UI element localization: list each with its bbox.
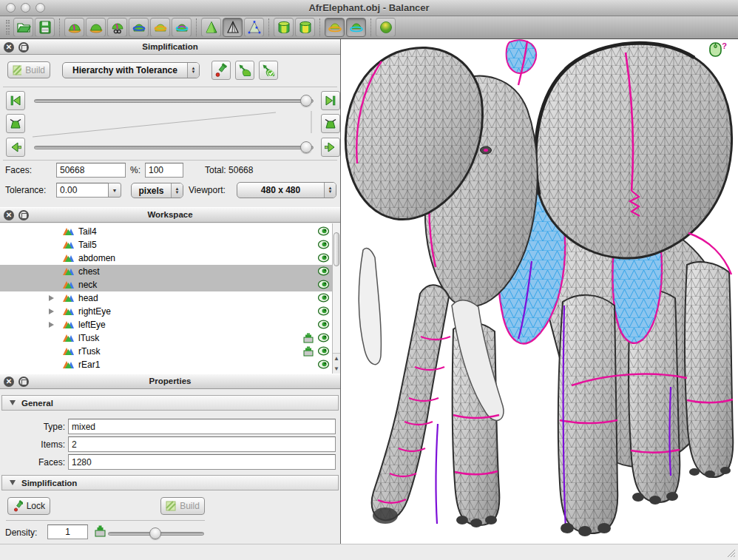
toolbar-separator xyxy=(370,18,371,36)
skip-to-end-button[interactable] xyxy=(321,91,340,110)
mouse-help-button[interactable]: ? xyxy=(708,41,727,58)
lock-clamp-icon xyxy=(302,333,314,343)
disclosure-triangle-icon[interactable] xyxy=(49,322,54,328)
tree-item[interactable]: lTusk xyxy=(0,331,332,345)
build-button[interactable]: Build xyxy=(7,61,50,78)
density-input[interactable] xyxy=(47,524,88,539)
visibility-eye-icon[interactable] xyxy=(318,333,329,343)
visibility-eye-icon[interactable] xyxy=(318,253,329,263)
tree-item[interactable]: Tail5 xyxy=(0,238,332,252)
units-select[interactable]: pixels ▲▼ xyxy=(131,183,183,198)
visibility-eye-icon[interactable] xyxy=(318,266,329,276)
clamp-right-button[interactable] xyxy=(321,114,340,133)
visibility-eye-icon[interactable] xyxy=(318,280,329,289)
viewport-size-select[interactable]: 480 x 480 ▲▼ xyxy=(237,182,336,198)
stepper-arrows-icon[interactable]: ▲▼ xyxy=(171,183,183,198)
sphere-seams-merge-icon[interactable] xyxy=(107,18,127,37)
visibility-eye-icon[interactable] xyxy=(318,346,329,356)
tree-item-selected[interactable]: chest xyxy=(0,265,332,278)
divider xyxy=(3,160,337,161)
visibility-eye-icon[interactable] xyxy=(318,320,329,329)
tree-item[interactable]: rEar1 xyxy=(0,358,332,371)
tree-item[interactable]: abdomen xyxy=(0,252,332,265)
tree-scrollbar[interactable]: ▲ ▼ xyxy=(332,223,340,374)
skip-end-icon xyxy=(323,93,338,108)
mouse-icon xyxy=(708,41,723,58)
cone-blue-ring-icon[interactable] xyxy=(129,18,149,37)
resize-grip[interactable] xyxy=(725,547,736,558)
extract-button[interactable] xyxy=(235,61,254,80)
visibility-eye-icon[interactable] xyxy=(318,293,329,303)
section-collapse-icon xyxy=(10,400,16,405)
pin-selection-button[interactable] xyxy=(211,61,231,80)
items-value-field[interactable] xyxy=(68,436,336,452)
mesh-icon xyxy=(63,359,75,370)
type-value-field[interactable] xyxy=(68,419,336,434)
range-end-slider-thumb[interactable] xyxy=(300,141,312,153)
save-file-icon[interactable] xyxy=(35,18,55,37)
model-viewport-canvas[interactable] xyxy=(341,39,737,544)
model-viewport[interactable]: ? xyxy=(341,39,738,544)
faces-count-field[interactable] xyxy=(68,454,336,470)
toolbar-separator xyxy=(59,18,60,36)
skip-to-start-button[interactable] xyxy=(6,91,25,110)
dome-cyan-icon[interactable] xyxy=(346,18,366,37)
cylinder-icon[interactable] xyxy=(274,18,294,37)
lock-button[interactable]: Lock xyxy=(7,497,50,515)
sphere-seams-icon[interactable] xyxy=(64,18,84,37)
cone-orange-ring-icon[interactable] xyxy=(150,18,170,37)
stepper-arrows-icon[interactable]: ▲▼ xyxy=(324,183,336,198)
extract-confirm-button[interactable] xyxy=(259,61,278,80)
cylinder-capped-icon[interactable] xyxy=(295,18,315,37)
window-title: AfrElephant.obj - Balancer xyxy=(0,2,738,13)
faces-input[interactable] xyxy=(56,163,126,178)
tree-item[interactable]: rightEye xyxy=(0,305,332,318)
density-slider-thumb[interactable] xyxy=(149,527,161,539)
dome-orange-icon[interactable] xyxy=(325,18,345,37)
left-sidebar: ✕ Simplification Build Hierarchy with To… xyxy=(0,39,341,544)
visibility-eye-icon[interactable] xyxy=(318,240,329,249)
pyramid-wireframe-icon[interactable] xyxy=(223,18,243,37)
clamp-left-button[interactable] xyxy=(6,114,25,133)
tree-item[interactable]: leftEye xyxy=(0,318,332,331)
tree-item[interactable]: Tail4 xyxy=(0,225,332,238)
visibility-eye-icon[interactable] xyxy=(318,226,329,236)
mesh-icon xyxy=(63,226,75,237)
disclosure-triangle-icon[interactable] xyxy=(49,295,54,301)
total-label: Total: 50668 xyxy=(205,165,253,175)
mode-select[interactable]: Hierarchy with Tolerance ▲▼ xyxy=(62,62,200,78)
tolerance-dropdown-button[interactable]: ▼ xyxy=(108,183,121,198)
build-button-properties[interactable]: Build xyxy=(160,497,205,515)
sphere-yellow-icon[interactable] xyxy=(376,18,396,37)
pyramid-solid-icon[interactable] xyxy=(201,18,221,37)
open-file-icon[interactable] xyxy=(13,18,33,37)
tolerance-input[interactable] xyxy=(56,183,109,198)
section-collapse-icon xyxy=(10,480,16,485)
clamp-icon xyxy=(323,116,338,131)
disclosure-triangle-icon[interactable] xyxy=(49,308,54,314)
tree-item[interactable]: rTusk xyxy=(0,345,332,358)
status-bar xyxy=(0,544,738,560)
step-forward-button[interactable] xyxy=(321,138,340,157)
step-back-button[interactable] xyxy=(6,138,25,157)
percent-input[interactable] xyxy=(145,163,183,178)
scrollbar-thumb[interactable] xyxy=(334,232,339,266)
range-start-slider-track[interactable] xyxy=(34,99,314,103)
pyramid-vertices-icon[interactable] xyxy=(244,18,264,37)
sphere-icon[interactable] xyxy=(86,18,106,37)
visibility-eye-icon[interactable] xyxy=(318,306,329,316)
scroll-down-icon[interactable]: ▼ xyxy=(333,363,340,374)
general-section-header[interactable]: General xyxy=(1,395,339,411)
type-label: Type: xyxy=(1,422,65,432)
items-label: Items: xyxy=(1,439,65,450)
stepper-arrows-icon[interactable]: ▲▼ xyxy=(187,63,199,78)
cone-multi-ring-icon[interactable] xyxy=(172,18,192,37)
scroll-up-icon[interactable]: ▲ xyxy=(333,353,340,363)
range-start-slider-thumb[interactable] xyxy=(300,95,312,107)
clamp-icon xyxy=(8,116,23,131)
tree-item[interactable]: head xyxy=(0,291,332,305)
simplification-section-header[interactable]: Simplification xyxy=(1,475,339,490)
range-end-slider-track[interactable] xyxy=(34,146,314,149)
visibility-eye-icon[interactable] xyxy=(318,360,329,369)
tree-item-selected[interactable]: neck xyxy=(0,278,332,291)
